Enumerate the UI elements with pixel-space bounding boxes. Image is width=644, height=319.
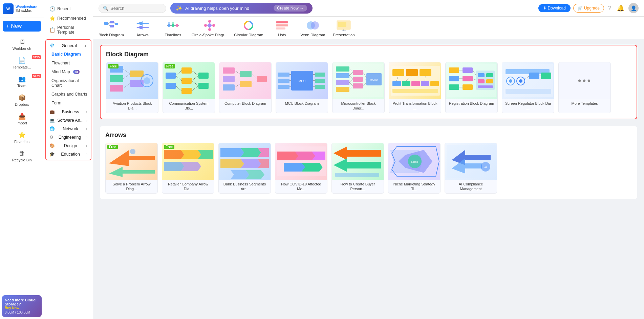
cat-chip-circle-spoke[interactable]: Circle-Spoke Diagr... (192, 19, 227, 37)
svg-marker-151 (164, 162, 184, 171)
template-reg[interactable]: Registration Block Diagram (445, 62, 498, 113)
sidebar-item-recycle[interactable]: 🗑 Recycle Bin (1, 147, 42, 165)
template-compliance[interactable]: AI AI Compliance Management (445, 143, 497, 194)
svg-rect-61 (240, 71, 252, 77)
sidebar-item-workbench[interactable]: 🖥 Workbench (1, 36, 42, 53)
svg-rect-60 (223, 84, 235, 91)
cloud-storage-banner[interactable]: Need more Cloud Storage? Buy Now 0.00M /… (2, 295, 42, 317)
team-icon: 👥 (18, 75, 26, 83)
create-now-button[interactable]: Create Now → (274, 5, 307, 12)
logo: W Wondershare EdrawMax (0, 0, 44, 18)
search-box[interactable]: 🔍 (99, 4, 166, 13)
search-input[interactable] (110, 6, 154, 11)
notification-button[interactable]: 🔔 (616, 3, 626, 13)
svg-point-147 (130, 149, 135, 154)
new-button[interactable]: + New (3, 21, 41, 32)
template-label-bank: Bank Business Segments Arr... (219, 180, 271, 194)
template-niche[interactable]: Niche Niche Marketing Strategy Ti... (388, 143, 441, 194)
svg-line-56 (192, 81, 198, 86)
sidebar: W Wondershare EdrawMax + New 🖥 Workbench… (0, 0, 44, 319)
template-solve[interactable]: Free Solve a Problem Arrow Diag... (105, 143, 158, 194)
cat-basic-diagram[interactable]: Basic Diagram (46, 50, 91, 59)
svg-rect-107 (402, 81, 410, 86)
cat-group-education[interactable]: 🎓 Education › (46, 150, 91, 158)
template-covid[interactable]: How COVID-19 Affected Me... (275, 143, 327, 194)
template-aviation[interactable]: Free (106, 62, 158, 113)
svg-marker-168 (334, 158, 381, 172)
cat-personal-template[interactable]: 📋 Personal Template (47, 23, 90, 37)
download-button[interactable]: ⬇ Download (538, 4, 571, 12)
template-thumb-mcu: MCU (276, 62, 328, 99)
quick-nav: 🕐 Recent ⭐ Recommended 📋 Personal Templa… (44, 3, 93, 38)
avatar[interactable]: 👤 (628, 3, 639, 13)
template-more[interactable]: ••• More Templates (558, 62, 611, 113)
svg-rect-3 (115, 23, 118, 25)
svg-rect-35 (110, 85, 123, 92)
sidebar-item-templates[interactable]: 📄 Template... NEW (1, 54, 42, 72)
svg-point-10 (168, 24, 170, 27)
sidebar-item-team[interactable]: 👥 Team NEW (1, 73, 42, 91)
svg-marker-8 (136, 25, 149, 29)
template-buyer[interactable]: How to Create Buyer Person... (331, 143, 384, 194)
cat-chip-lists[interactable]: Lists (270, 19, 294, 37)
team-badge: NEW (32, 74, 41, 78)
circular-diagram-icon (240, 19, 257, 32)
svg-marker-7 (136, 21, 149, 25)
cat-chip-block-diagram[interactable]: Block Diagram (99, 19, 124, 37)
cat-group-network[interactable]: 🌐 Network › (46, 124, 91, 133)
cat-group-software[interactable]: 💻 Software An... › (46, 116, 91, 124)
block-diagram-title: Block Diagram (106, 51, 631, 58)
engineering-expand-arrow: › (86, 135, 87, 139)
cat-form[interactable]: Form (46, 99, 91, 107)
template-bank[interactable]: Bank Business Segments Arr... (218, 143, 271, 194)
ai-banner[interactable]: ✨ AI drawing helps open your mind Create… (170, 3, 313, 14)
cat-group-engineering[interactable]: ⚙ Engineering › (46, 133, 91, 141)
svg-rect-161 (277, 146, 326, 176)
cat-group-general[interactable]: 💎 General ▲ (46, 41, 91, 50)
svg-rect-110 (430, 81, 439, 86)
svg-rect-84 (336, 66, 349, 72)
svg-rect-44 (166, 73, 176, 79)
sidebar-item-favorites[interactable]: ⭐ Favorites (1, 128, 42, 146)
svg-rect-24 (276, 21, 288, 23)
svg-rect-106 (392, 81, 401, 86)
template-label-computer: Computer Block Diagram (219, 99, 271, 108)
svg-line-57 (192, 86, 198, 91)
template-profit[interactable]: Profit Transformation Block ... (389, 62, 441, 113)
cat-mind-map[interactable]: Mind Map AI (46, 67, 91, 76)
cat-group-business[interactable]: 💼 Business › (46, 107, 91, 116)
template-comm[interactable]: Free (163, 62, 215, 113)
svg-line-40 (123, 69, 130, 74)
cat-group-design[interactable]: 🎨 Design › (46, 141, 91, 150)
cat-recent[interactable]: 🕐 Recent (47, 4, 90, 14)
template-micro[interactable]: MICRO Microcontroller Block Dia (332, 62, 385, 113)
upgrade-button[interactable]: 🛒 Upgrade (573, 4, 604, 13)
software-expand-arrow: › (86, 118, 87, 122)
cat-chip-presentation[interactable]: Presentation (332, 19, 356, 37)
cat-chip-arrows[interactable]: Arrows (131, 19, 154, 37)
svg-rect-87 (336, 87, 349, 92)
template-computer[interactable]: Computer Block Diagram (219, 62, 272, 113)
block-diagram-icon (103, 19, 119, 32)
svg-line-66 (235, 84, 240, 87)
template-mcu[interactable]: MCU (276, 62, 328, 113)
cat-chip-venn-diagram[interactable]: Venn Diagram (301, 19, 325, 37)
svg-point-18 (204, 24, 207, 27)
logo-icon: W (3, 3, 14, 14)
template-label-reg: Registration Block Diagram (446, 99, 497, 108)
cat-recommended[interactable]: ⭐ Recommended (47, 14, 90, 23)
cat-org-chart[interactable]: Organizational Chart (46, 76, 91, 90)
template-label-screen: Screen Regulator Block Dia ... (502, 99, 554, 113)
svg-rect-105 (420, 69, 431, 76)
template-thumb-bank (219, 143, 271, 180)
cat-flowchart[interactable]: Flowchart (46, 59, 91, 67)
cat-graphs-charts[interactable]: Graphs and Charts (46, 90, 91, 99)
template-thumb-screen (502, 62, 554, 99)
cat-chip-circular-diagram[interactable]: Circular Diagram (234, 19, 263, 37)
sidebar-item-dropbox[interactable]: 📦 Dropbox (1, 91, 42, 109)
template-screen[interactable]: Screen Regulator Block Dia ... (502, 62, 554, 113)
template-retailer[interactable]: Free Retailer Company Arrow Dia... (162, 143, 214, 194)
cat-chip-timelines[interactable]: Timelines (161, 19, 185, 37)
sidebar-item-import[interactable]: 📥 Import (1, 110, 42, 128)
help-button[interactable]: ? (607, 3, 613, 13)
